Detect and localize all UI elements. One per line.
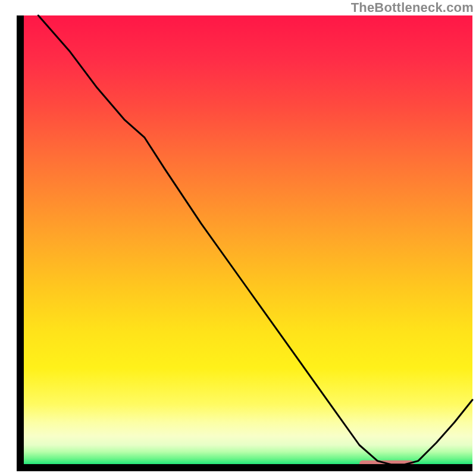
chart-root: TheBottleneck.com xyxy=(0,0,476,476)
chart-svg xyxy=(0,0,476,476)
plot-background xyxy=(20,15,472,468)
